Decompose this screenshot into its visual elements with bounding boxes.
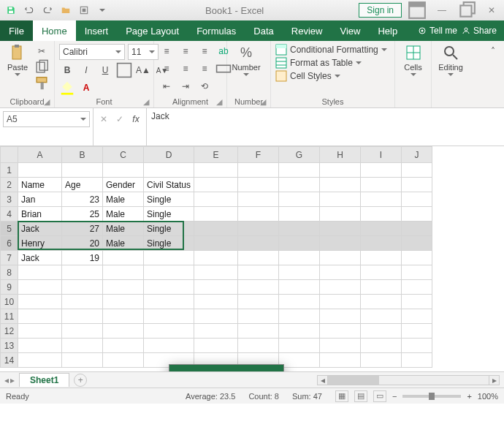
format-as-table-button[interactable]: Format as Table [275,57,387,69]
column-header[interactable]: D [144,147,194,163]
tab-formulas[interactable]: Formulas [188,20,245,41]
cell[interactable] [320,324,361,339]
align-bottom-icon[interactable]: ≡ [196,44,213,58]
cell[interactable] [361,339,402,353]
column-header[interactable]: E [194,147,238,163]
cell[interactable] [402,339,432,353]
save-icon[interactable] [3,3,19,18]
cell[interactable]: Jack [18,222,62,236]
cell[interactable] [361,178,402,192]
conditional-formatting-button[interactable]: Conditional Formatting [275,44,387,56]
cell[interactable] [320,280,361,295]
borders-icon[interactable] [116,63,132,78]
column-header[interactable]: F [238,147,279,163]
cell[interactable] [279,222,320,236]
cell[interactable] [18,295,62,309]
cell[interactable]: Age [62,178,103,192]
editing-button[interactable]: Editing [436,44,465,76]
undo-icon[interactable] [21,3,37,18]
cell[interactable] [18,324,62,339]
cell[interactable] [402,251,432,265]
cell[interactable] [402,353,432,368]
cell[interactable] [194,324,238,339]
cell[interactable]: Name [18,178,62,192]
cell[interactable] [194,309,238,324]
cells-button[interactable]: Cells [400,44,427,76]
cell[interactable] [238,280,279,295]
cell[interactable] [194,207,238,222]
cell[interactable]: Male [103,207,144,222]
cell[interactable] [238,251,279,265]
cell[interactable] [194,222,238,236]
cell[interactable] [361,251,402,265]
cell[interactable] [194,192,238,207]
align-right-icon[interactable]: ≡ [196,61,213,76]
cell[interactable] [18,265,62,280]
cell[interactable] [18,163,62,178]
row-header[interactable]: 3 [1,192,18,207]
cell[interactable] [361,207,402,222]
cell[interactable] [194,251,238,265]
tab-home[interactable]: Home [33,20,76,41]
row-header[interactable]: 6 [1,236,18,251]
fill-color-icon[interactable] [59,80,75,95]
column-header[interactable]: A [18,147,62,163]
cell[interactable] [361,324,402,339]
sheet-nav-last-icon[interactable]: ▸ [10,375,15,385]
touch-mode-icon[interactable] [76,3,92,18]
cell[interactable]: Single [144,192,194,207]
normal-view-icon[interactable]: ▦ [335,390,348,402]
tab-help[interactable]: Help [369,20,406,41]
cell[interactable] [279,207,320,222]
minimize-icon[interactable]: — [432,3,451,18]
cell[interactable] [238,236,279,251]
dialog-help-icon[interactable]: ? [244,370,259,372]
dialog-close-icon[interactable]: ✕ [263,370,278,372]
cell[interactable] [18,339,62,353]
cell[interactable] [279,295,320,309]
column-header[interactable]: G [279,147,320,163]
sign-in-button[interactable]: Sign in [359,3,402,18]
hscroll-left-icon[interactable]: ◂ [318,376,328,385]
cell[interactable] [279,265,320,280]
cell[interactable] [62,324,103,339]
cell[interactable] [144,163,194,178]
cell[interactable] [320,265,361,280]
cell[interactable] [194,339,238,353]
cell[interactable] [402,207,432,222]
row-header[interactable]: 11 [1,309,18,324]
underline-button[interactable]: U [97,63,113,78]
spreadsheet-grid[interactable]: ABCDEFGHIJ12NameAgeGenderCivil Status3Ja… [0,146,504,371]
cell[interactable]: Male [103,236,144,251]
column-header[interactable]: J [402,147,432,163]
font-name-combo[interactable]: Calibri [59,44,125,60]
cell[interactable] [144,265,194,280]
cell[interactable] [62,353,103,368]
add-sheet-button[interactable]: + [74,374,87,387]
tell-me-button[interactable]: Tell me [418,26,457,36]
page-layout-view-icon[interactable]: ▤ [354,390,367,402]
cell[interactable] [361,163,402,178]
cell[interactable] [103,339,144,353]
cell[interactable]: Jack [18,251,62,265]
name-box[interactable]: A5 [3,111,90,127]
cell[interactable]: Brian [18,207,62,222]
cell[interactable] [279,280,320,295]
cell[interactable] [320,192,361,207]
cell[interactable] [279,353,320,368]
cell[interactable] [103,163,144,178]
cell[interactable] [62,339,103,353]
cell[interactable] [279,163,320,178]
cell[interactable] [144,339,194,353]
restore-icon[interactable] [457,3,476,18]
row-header[interactable]: 2 [1,178,18,192]
bold-button[interactable]: B [59,63,75,78]
tab-file[interactable]: File [0,20,33,41]
cell[interactable] [62,309,103,324]
horizontal-scrollbar[interactable]: ◂ ▸ [317,375,500,385]
row-header[interactable]: 5 [1,222,18,236]
cell[interactable]: Gender [103,178,144,192]
column-header[interactable]: H [320,147,361,163]
column-header[interactable]: B [62,147,103,163]
cell[interactable] [361,309,402,324]
